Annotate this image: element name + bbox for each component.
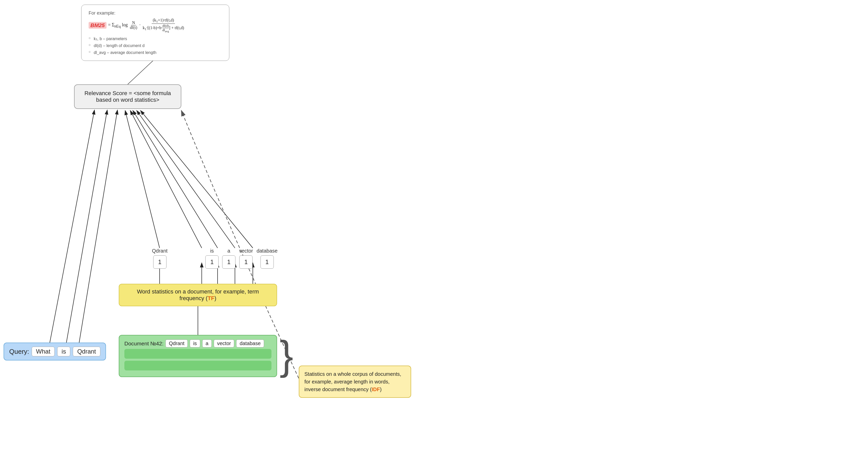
relevance-score-box: Relevance Score = <some formula based on… [74, 84, 181, 109]
tf-label-vector: vector [239, 248, 253, 254]
doc-token-database: database [236, 340, 264, 347]
svg-line-6 [133, 111, 218, 248]
doc-bar-1 [124, 349, 272, 359]
query-token-what: What [32, 347, 55, 356]
idf-label: IDF [372, 386, 380, 392]
tf-cell-is: is 1 [205, 248, 219, 269]
doc-token-vector: vector [214, 340, 234, 347]
svg-line-2 [66, 110, 107, 343]
tf-label-a: a [227, 248, 230, 254]
document-row-1: Document №42: Qdrant is a vector databas… [124, 340, 272, 347]
formula-box: For example: BM25 = Σt∈q log N df(t) · (… [81, 5, 229, 61]
query-label: Query: [9, 348, 29, 356]
svg-line-4 [125, 111, 160, 248]
curly-brace: } [280, 335, 293, 376]
tf-cell-database: database 1 [257, 248, 278, 269]
svg-line-7 [136, 111, 235, 248]
tf-cell-qdrant: Qdrant 1 [152, 248, 167, 269]
doc-bar-2 [124, 361, 272, 371]
svg-line-3 [79, 110, 118, 343]
tf-box-a: 1 [222, 255, 236, 269]
doc-number-label: Document №42: [124, 341, 163, 347]
doc-token-a: a [202, 340, 212, 347]
tf-cell-vector: vector 1 [239, 248, 253, 269]
formula-equation: = Σt∈q log N df(t) · (k1+1)·tf(t,d) k1·[… [108, 18, 185, 33]
svg-line-5 [130, 111, 202, 248]
tf-cells-row: Qdrant 1 is 1 a 1 vector 1 database 1 [152, 248, 285, 269]
formula-label: For example: [89, 10, 222, 16]
tf-cell-a: a 1 [222, 248, 236, 269]
arrows-svg [0, 0, 868, 464]
tf-label-database: database [257, 248, 278, 254]
formula-note-1: k₁, b – parameters [89, 35, 222, 42]
formula-main: BM25 = Σt∈q log N df(t) · (k1+1)·tf(t,d)… [89, 18, 222, 33]
query-token-is: is [57, 347, 70, 356]
formula-note-3: dl_avg – average document length [89, 49, 222, 56]
corpus-stats-text: Statistics on a whole corpus of document… [304, 371, 401, 392]
tf-label-is: is [210, 248, 214, 254]
relevance-score-text: Relevance Score = <some formula based on… [85, 90, 171, 103]
svg-line-0 [128, 59, 155, 84]
diagram-container: For example: BM25 = Σt∈q log N df(t) · (… [0, 0, 868, 464]
formula-note-2: dl(d) – length of document d [89, 42, 222, 49]
tf-box-vector: 1 [239, 255, 253, 269]
svg-line-1 [50, 110, 94, 343]
bm25-badge: BM25 [89, 22, 106, 29]
tf-label: TF [208, 295, 215, 301]
query-box: Query: What is Qdrant [4, 343, 106, 360]
tf-box-database: 1 [260, 255, 274, 269]
tf-label-qdrant: Qdrant [152, 248, 167, 254]
doc-token-qdrant: Qdrant [165, 340, 188, 347]
tf-box-is: 1 [205, 255, 219, 269]
word-stats-text: Word statistics on a document, for examp… [137, 288, 259, 301]
query-token-qdrant: Qdrant [73, 347, 100, 356]
doc-token-is: is [190, 340, 200, 347]
formula-notes: k₁, b – parameters dl(d) – length of doc… [89, 35, 222, 56]
word-stats-box: Word statistics on a document, for examp… [119, 284, 277, 306]
corpus-stats-box: Statistics on a whole corpus of document… [299, 366, 411, 398]
tf-box-qdrant: 1 [153, 255, 166, 269]
svg-line-8 [141, 111, 253, 248]
document-box: Document №42: Qdrant is a vector databas… [119, 335, 277, 377]
